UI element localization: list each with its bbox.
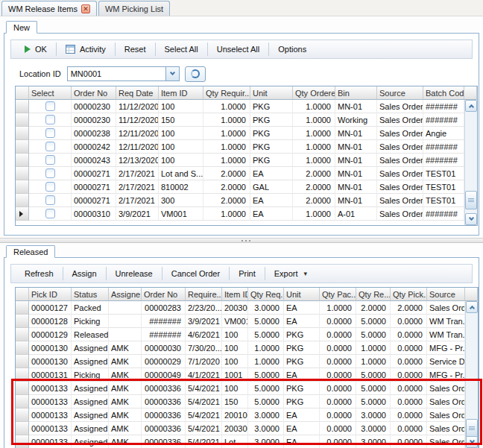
- cell-qty_ordered[interactable]: 2.0000: [293, 167, 335, 180]
- cell-unit[interactable]: PKG: [250, 127, 293, 140]
- cell-order_no[interactable]: 00000271: [72, 194, 116, 207]
- cell-source[interactable]: Sales Order: [377, 154, 423, 167]
- select-cell[interactable]: [29, 113, 72, 127]
- cell-item_id[interactable]: 200300: [222, 422, 248, 435]
- column-header-source[interactable]: Source: [427, 288, 465, 301]
- cell-pick_id[interactable]: 00000128: [29, 315, 72, 328]
- scroll-down-button[interactable]: [465, 213, 477, 225]
- toolbar-button-activity[interactable]: Activity: [57, 42, 115, 57]
- cell-source[interactable]: WM Tran...: [427, 315, 465, 328]
- table-row[interactable]: 0000024212/11/20201001.0000PKG1.0000MN-0…: [16, 140, 477, 154]
- cell-unit[interactable]: PKG: [284, 341, 320, 355]
- toolbar-button-refresh[interactable]: Refresh: [16, 266, 63, 281]
- cell-req_date[interactable]: 2/17/2021: [116, 167, 159, 180]
- cell-req_date[interactable]: 12/11/2020: [116, 127, 159, 140]
- cell-order_no[interactable]: 00000310: [72, 207, 116, 221]
- select-checkbox[interactable]: [45, 168, 55, 178]
- cell-order_no[interactable]: 00000242: [72, 140, 116, 154]
- cell-assigned[interactable]: AMK: [109, 368, 142, 382]
- toolbar-button-assign[interactable]: Assign: [63, 266, 106, 281]
- column-header-qty-req[interactable]: Qty Req...: [248, 288, 284, 301]
- cell-order_no[interactable]: 00000030: [142, 341, 186, 355]
- cell-item_id[interactable]: 150: [222, 395, 248, 408]
- cell-qty_required[interactable]: 3.0000: [248, 301, 284, 315]
- cell-order_no[interactable]: 00000336: [142, 395, 186, 408]
- select-cell[interactable]: [29, 167, 72, 180]
- cell-status[interactable]: Picking: [72, 368, 109, 382]
- cell-bin[interactable]: MN-01: [335, 180, 377, 194]
- table-row[interactable]: 000002712/17/2021Lot and S...2.0000EA2.0…: [16, 167, 477, 180]
- document-tab-wm-release-items[interactable]: WM Release Items✕: [1, 1, 97, 16]
- cell-unit[interactable]: EA: [284, 435, 320, 448]
- cell-qty_remaining[interactable]: 3.0000: [356, 422, 391, 435]
- cell-pick_id[interactable]: 00000133: [29, 435, 72, 448]
- table-row[interactable]: 00000130AssignedAMK000000307/30/20...100…: [16, 341, 478, 355]
- cell-batch_code[interactable]: TEST01: [423, 180, 464, 194]
- cell-qty_required[interactable]: 5.0000: [248, 368, 284, 382]
- cell-batch_code[interactable]: #######: [423, 113, 464, 127]
- cell-status[interactable]: Assigned: [72, 422, 109, 435]
- table-row[interactable]: 00000127Packed000002832/23/20...2003003.…: [16, 301, 478, 315]
- scroll-up-button[interactable]: [466, 301, 478, 313]
- cell-batch_code[interactable]: TEST01: [423, 194, 464, 207]
- cell-item_id[interactable]: 100: [222, 328, 248, 341]
- cell-item_id[interactable]: 100: [222, 382, 248, 395]
- tab-released[interactable]: Released: [6, 245, 55, 258]
- cell-batch_code[interactable]: #######: [423, 154, 464, 167]
- cell-unit[interactable]: PKG: [250, 154, 293, 167]
- table-row[interactable]: 0000023011/12/20201501.0000PKG1.0000Work…: [16, 113, 477, 127]
- cell-item_id[interactable]: 100: [222, 355, 248, 368]
- select-checkbox[interactable]: [45, 195, 55, 205]
- scrollbar-thumb[interactable]: [465, 191, 477, 209]
- cell-qty_packed[interactable]: 0.0000: [320, 435, 356, 448]
- cell-item_id[interactable]: VM001: [222, 315, 248, 328]
- cell-order_no[interactable]: 00000238: [72, 127, 116, 140]
- cell-pick_id[interactable]: 00000130: [29, 355, 72, 368]
- cell-unit[interactable]: EA: [284, 315, 320, 328]
- cell-status[interactable]: Released: [72, 328, 109, 341]
- cell-source[interactable]: WM Tran...: [427, 328, 465, 341]
- cell-qty_picked[interactable]: 0.0000: [391, 382, 427, 395]
- cell-batch_code[interactable]: #######: [423, 207, 464, 221]
- cell-qty_packed[interactable]: 0.0000: [320, 355, 356, 368]
- cell-status[interactable]: Packed: [72, 301, 109, 315]
- cell-source[interactable]: MFG - Pr...: [427, 341, 465, 355]
- toolbar-button-export[interactable]: Export▾: [265, 266, 316, 281]
- cell-qty_picked[interactable]: 2.0000: [391, 301, 427, 315]
- cell-source[interactable]: MFG - Pr...: [427, 368, 465, 382]
- cell-qty_packed[interactable]: 1.0000: [320, 301, 356, 315]
- cell-unit[interactable]: EA: [250, 207, 293, 221]
- cell-required_date[interactable]: 3/9/2021: [186, 315, 222, 328]
- cell-order_no[interactable]: #######: [142, 315, 186, 328]
- cell-order_no[interactable]: 00000230: [72, 113, 116, 127]
- cell-qty_ordered[interactable]: 2.0000: [293, 180, 335, 194]
- cell-item_id[interactable]: VM001: [159, 207, 203, 221]
- cell-required_date[interactable]: 7/30/20...: [186, 341, 222, 355]
- cell-qty_required[interactable]: 5.0000: [248, 328, 284, 341]
- cell-required_date[interactable]: 5/4/2021: [186, 408, 222, 422]
- toolbar-button-reset[interactable]: Reset: [116, 42, 155, 57]
- cell-pick_id[interactable]: 00000133: [29, 382, 72, 395]
- row-selector[interactable]: [16, 408, 29, 422]
- cell-qty_picked[interactable]: 0.0000: [391, 355, 427, 368]
- row-selector[interactable]: [16, 127, 29, 140]
- select-cell[interactable]: [29, 194, 72, 207]
- cell-qty_picked[interactable]: 0.0000: [391, 315, 427, 328]
- row-selector[interactable]: [16, 435, 29, 448]
- cell-source[interactable]: Sales Order: [427, 301, 465, 315]
- cell-qty_remaining[interactable]: 5.0000: [356, 382, 391, 395]
- row-selector[interactable]: [16, 100, 29, 113]
- row-selector[interactable]: [16, 328, 29, 341]
- select-checkbox[interactable]: [45, 115, 55, 124]
- cell-item_id[interactable]: 100: [222, 341, 248, 355]
- cell-bin[interactable]: MN-01: [335, 194, 377, 207]
- column-header-req-date[interactable]: Req Date: [116, 86, 159, 100]
- cell-qty_picked[interactable]: 0.0000: [391, 395, 427, 408]
- toolbar-button-unrelease[interactable]: Unrelease: [107, 266, 162, 281]
- cell-item_id[interactable]: 100: [159, 100, 203, 113]
- redisplay-button[interactable]: [185, 66, 206, 82]
- column-header-row-selector[interactable]: [16, 86, 29, 100]
- cell-pick_id[interactable]: 00000133: [29, 422, 72, 435]
- row-selector[interactable]: [16, 341, 29, 355]
- cell-qty_remaining[interactable]: 3.0000: [356, 435, 391, 448]
